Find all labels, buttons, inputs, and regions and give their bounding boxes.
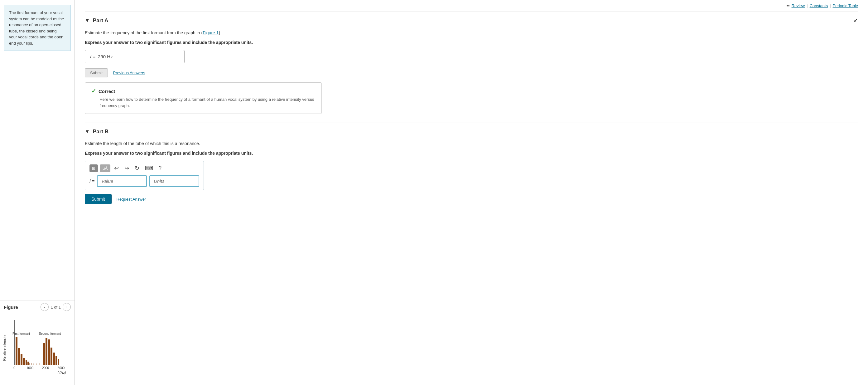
svg-rect-12 bbox=[27, 362, 29, 365]
svg-rect-7 bbox=[16, 337, 18, 365]
part-a-eq-label: f = bbox=[90, 54, 95, 59]
left-panel: The first formant of your vocal system c… bbox=[0, 0, 75, 385]
part-b-header: ▼ Part B bbox=[85, 128, 858, 135]
correct-header: ✓ Correct bbox=[91, 88, 315, 94]
svg-rect-20 bbox=[48, 339, 50, 365]
figure-title: Figure bbox=[4, 304, 40, 310]
svg-rect-18 bbox=[43, 343, 45, 365]
part-a-title: Part A bbox=[93, 18, 108, 24]
correct-checkmark: ✓ bbox=[91, 88, 96, 94]
frequency-chart: Relative intensity 0 1000 2000 3000 f (H… bbox=[2, 317, 71, 379]
part-b-eq-label: l = bbox=[90, 178, 94, 184]
right-panel: ▪▪ Review | Constants | Periodic Table ▼… bbox=[75, 0, 868, 385]
svg-rect-11 bbox=[26, 360, 27, 365]
part-b-btn-row: Submit Request Answer bbox=[85, 194, 858, 204]
part-a-checkmark: ✓ bbox=[854, 17, 858, 24]
svg-rect-21 bbox=[51, 348, 52, 365]
part-a-question: Estimate the frequency of the first form… bbox=[85, 30, 858, 36]
value-input[interactable] bbox=[97, 175, 147, 187]
svg-rect-13 bbox=[29, 363, 30, 365]
svg-rect-9 bbox=[21, 354, 23, 365]
units-input[interactable] bbox=[149, 175, 199, 187]
refresh-button[interactable]: ↻ bbox=[133, 164, 141, 172]
svg-rect-22 bbox=[53, 353, 55, 365]
part-a-answer-box: f = 290 Hz bbox=[85, 50, 185, 63]
toolbar-top: ⊞ μÅ ↩ ↪ ↻ ⌨ ? bbox=[90, 164, 199, 172]
part-b-question: Estimate the length of the tube of which… bbox=[85, 140, 858, 147]
part-a-btn-row: Submit Previous Answers bbox=[85, 68, 858, 78]
figure-page: 1 of 1 bbox=[51, 305, 61, 309]
svg-text:0: 0 bbox=[13, 366, 15, 370]
part-a-correct-box: ✓ Correct Here we learn how to determine… bbox=[85, 82, 322, 114]
book-icon: ▪▪ bbox=[786, 3, 790, 8]
redo-button[interactable]: ↪ bbox=[123, 164, 131, 172]
info-text: The first formant of your vocal system c… bbox=[9, 10, 64, 46]
part-a-answer-value: 290 Hz bbox=[98, 54, 113, 59]
part-b-instruction: Express your answer to two significant f… bbox=[85, 151, 858, 156]
svg-rect-23 bbox=[56, 356, 57, 365]
help-button[interactable]: ? bbox=[157, 165, 163, 172]
svg-rect-10 bbox=[23, 358, 25, 365]
svg-text:3000: 3000 bbox=[58, 366, 65, 370]
periodic-table-link[interactable]: Periodic Table bbox=[833, 3, 858, 8]
svg-text:First formant: First formant bbox=[12, 332, 30, 335]
mu-label: μÅ bbox=[102, 166, 107, 171]
part-a-instruction: Express your answer to two significant f… bbox=[85, 40, 858, 45]
request-answer-link[interactable]: Request Answer bbox=[117, 197, 146, 202]
svg-text:f (Hz): f (Hz) bbox=[58, 371, 66, 375]
figure-next-button[interactable]: › bbox=[63, 303, 71, 311]
y-axis-label: Relative intensity bbox=[2, 335, 6, 361]
svg-rect-19 bbox=[45, 338, 48, 365]
chart-container: Relative intensity 0 1000 2000 3000 f (H… bbox=[0, 314, 74, 385]
part-b-section: ▼ Part B Estimate the length of the tube… bbox=[85, 123, 858, 212]
grid-icon: ⊞ bbox=[92, 166, 95, 171]
svg-text:1000: 1000 bbox=[27, 366, 34, 370]
svg-rect-24 bbox=[58, 359, 59, 365]
figure-prev-button[interactable]: ‹ bbox=[40, 303, 49, 311]
top-bar: ▪▪ Review | Constants | Periodic Table bbox=[85, 0, 858, 11]
part-a-section: ▼ Part A ✓ Estimate the frequency of the… bbox=[85, 11, 858, 123]
figure-nav: ‹ 1 of 1 › bbox=[40, 303, 71, 311]
svg-text:2000: 2000 bbox=[42, 366, 49, 370]
svg-rect-14 bbox=[31, 363, 32, 365]
mu-button[interactable]: μÅ bbox=[100, 165, 111, 172]
part-a-collapse-arrow[interactable]: ▼ bbox=[85, 18, 90, 23]
part-a-submit-button[interactable]: Submit bbox=[85, 68, 108, 78]
figure1-link[interactable]: Figure 1 bbox=[203, 30, 219, 35]
figure-header: Figure ‹ 1 of 1 › bbox=[0, 300, 74, 314]
part-a-previous-answers-link[interactable]: Previous Answers bbox=[113, 70, 145, 75]
part-b-collapse-arrow[interactable]: ▼ bbox=[85, 129, 90, 135]
svg-rect-16 bbox=[36, 363, 37, 365]
grid-button[interactable]: ⊞ bbox=[90, 165, 98, 172]
svg-rect-15 bbox=[33, 363, 34, 365]
correct-title: Correct bbox=[98, 89, 115, 94]
constants-link[interactable]: Constants bbox=[810, 3, 828, 8]
part-b-input-row: l = bbox=[90, 175, 199, 187]
keyboard-button[interactable]: ⌨ bbox=[143, 164, 155, 172]
part-b-input-toolbar: ⊞ μÅ ↩ ↪ ↻ ⌨ ? l = bbox=[85, 161, 204, 190]
info-box: The first formant of your vocal system c… bbox=[4, 5, 71, 51]
svg-text:Second formant: Second formant bbox=[39, 332, 61, 335]
part-b-submit-button[interactable]: Submit bbox=[85, 194, 112, 204]
part-b-title: Part B bbox=[93, 128, 108, 135]
undo-button[interactable]: ↩ bbox=[112, 164, 121, 172]
review-link[interactable]: Review bbox=[792, 3, 805, 8]
svg-rect-8 bbox=[18, 348, 20, 365]
part-a-header: ▼ Part A ✓ bbox=[85, 17, 858, 24]
correct-text: Here we learn how to determine the frequ… bbox=[99, 96, 315, 109]
svg-rect-17 bbox=[39, 363, 40, 365]
